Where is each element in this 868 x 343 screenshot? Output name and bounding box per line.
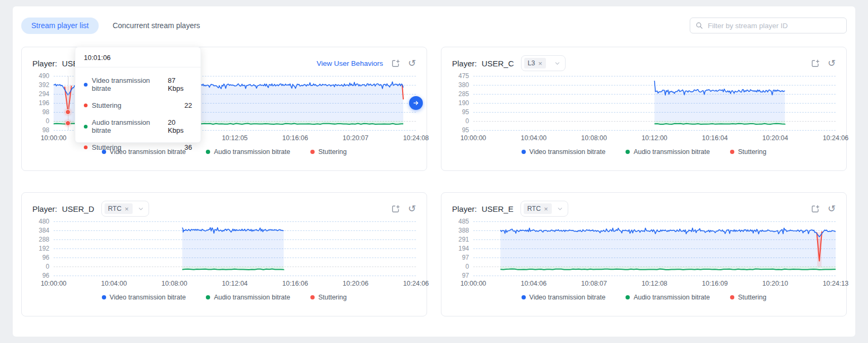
x-axis-label: 10:24:08	[403, 134, 429, 142]
tooltip-series-value: 20 Kbps	[168, 118, 192, 134]
legend-dot-icon	[522, 295, 526, 299]
chart: 48538829119497097 10:00:0010:04:0610:08:…	[452, 221, 836, 301]
legend-label: Stuttering	[318, 294, 347, 301]
tag-label: RTC	[108, 205, 121, 212]
y-axis-label: 98	[42, 108, 49, 116]
x-axis-label: 10:04:06	[520, 280, 546, 287]
x-axis-label: 10:20:04	[762, 134, 788, 142]
refresh-icon: ↺	[408, 204, 416, 213]
y-axis-label: 98	[42, 126, 49, 134]
legend-dot-icon	[102, 295, 106, 299]
arrow-right-icon	[412, 99, 420, 107]
tag-label: L3	[528, 59, 535, 67]
tooltip-row: Stuttering36	[84, 143, 192, 151]
tag-select[interactable]: L3 ×	[521, 55, 566, 71]
legend-item[interactable]: Video transmission bitrate	[522, 148, 606, 156]
plot-area	[473, 76, 836, 130]
legend-item[interactable]: Audio transmission bitrate	[206, 148, 290, 156]
chevron-down-icon[interactable]	[133, 206, 144, 212]
chart-canvas	[473, 221, 836, 276]
x-axis-label: 10:12:04	[222, 280, 248, 287]
tag-chip: RTC ×	[524, 203, 552, 214]
refresh-button[interactable]: ↺	[408, 204, 416, 213]
card-header-actions: View User Behaviors ↺	[317, 58, 416, 68]
next-player-button[interactable]	[409, 96, 423, 110]
export-button[interactable]	[811, 204, 820, 213]
legend-item[interactable]: Video transmission bitrate	[102, 294, 186, 301]
player-label: Player:	[32, 204, 57, 213]
tag-chip: L3 ×	[524, 58, 546, 68]
x-axis-label: 10:00:00	[41, 280, 67, 287]
tag-select[interactable]: RTC ×	[101, 201, 149, 217]
tooltip-row: Audio transmission bitrate20 Kbps	[84, 118, 192, 134]
player-label: Player:	[452, 204, 477, 213]
tag-close-icon[interactable]: ×	[538, 60, 542, 67]
x-axis: 10:00:0010:04:0010:08:0010:12:0410:16:06…	[54, 280, 416, 289]
tooltip-row: Stuttering22	[84, 101, 192, 109]
chevron-down-icon[interactable]	[552, 206, 563, 212]
tag-close-icon[interactable]: ×	[544, 205, 548, 212]
player-card: Player: USER_C L3 ×	[441, 47, 847, 171]
legend-item[interactable]: Stuttering	[310, 148, 347, 156]
legend-dot-icon	[310, 150, 315, 154]
x-axis-label: 10:16:06	[282, 134, 308, 142]
y-axis-label: 97	[462, 272, 469, 279]
legend-dot-icon	[310, 295, 315, 299]
tag-select[interactable]: RTC ×	[520, 201, 568, 217]
export-button[interactable]	[391, 204, 400, 213]
legend-dot-icon	[206, 150, 210, 154]
tag-chip: RTC ×	[105, 203, 133, 214]
legend-dot-icon	[730, 295, 734, 299]
chevron-down-icon[interactable]	[549, 61, 560, 66]
card-header: Player: USER_E RTC ×	[452, 200, 836, 217]
y-axis-label: 95	[462, 126, 469, 134]
legend-item[interactable]: Video transmission bitrate	[522, 294, 606, 301]
y-axis-label: 384	[39, 227, 49, 234]
x-axis-label: 10:16:04	[702, 134, 728, 142]
export-button[interactable]	[391, 59, 400, 68]
y-axis: 47538028519095095	[452, 76, 473, 130]
tag-close-icon[interactable]: ×	[125, 205, 129, 212]
y-axis-label: 288	[39, 236, 49, 243]
tooltip-series-label: Stuttering	[92, 143, 121, 151]
chart-body: 48038428819296096	[32, 221, 416, 276]
legend-item[interactable]: Stuttering	[730, 148, 767, 156]
view-user-behaviors-link[interactable]: View User Behaviors	[317, 59, 383, 67]
player-label: Player:	[452, 59, 477, 68]
refresh-button[interactable]: ↺	[408, 58, 416, 68]
gridline	[54, 276, 416, 276]
tab-concurrent-stream-players[interactable]: Concurrent stream players	[112, 21, 200, 30]
legend-label: Audio transmission bitrate	[214, 148, 290, 156]
x-axis-label: 10:12:00	[641, 134, 667, 142]
search-input[interactable]	[707, 21, 841, 30]
y-axis-label: 0	[465, 263, 469, 270]
legend-item[interactable]: Audio transmission bitrate	[206, 294, 290, 301]
legend-item[interactable]: Audio transmission bitrate	[626, 148, 710, 156]
x-axis-label: 10:08:00	[161, 280, 187, 287]
x-axis-label: 10:00:00	[461, 280, 487, 287]
tooltip-series-dot-icon	[84, 145, 88, 149]
refresh-button[interactable]: ↺	[828, 58, 836, 68]
legend-item[interactable]: Audio transmission bitrate	[626, 294, 710, 301]
chart: 47538028519095095 10:00:0010:04:0010:08:…	[452, 76, 836, 156]
refresh-button[interactable]: ↺	[828, 204, 836, 213]
export-button[interactable]	[811, 59, 820, 68]
topbar: Stream player list Concurrent stream pla…	[21, 17, 847, 34]
player-filter-search[interactable]	[690, 18, 847, 33]
card-header: Player: USER_C L3 ×	[452, 55, 836, 72]
x-axis-label: 10:20:07	[343, 134, 369, 142]
player-label: Player:	[32, 59, 57, 68]
refresh-icon: ↺	[828, 58, 836, 68]
gridline	[473, 276, 836, 276]
legend-label: Audio transmission bitrate	[633, 294, 710, 301]
legend-dot-icon	[626, 295, 630, 299]
legend-item[interactable]: Stuttering	[310, 294, 347, 301]
tab-stream-player-list[interactable]: Stream player list	[21, 18, 99, 34]
legend-item[interactable]: Stuttering	[730, 294, 767, 301]
y-axis-label: 0	[46, 117, 49, 125]
legend-label: Video transmission bitrate	[110, 294, 186, 301]
legend-dot-icon	[626, 150, 630, 154]
tag-label: RTC	[527, 205, 541, 212]
y-axis-label: 190	[458, 99, 469, 107]
y-axis-label: 294	[39, 90, 49, 98]
